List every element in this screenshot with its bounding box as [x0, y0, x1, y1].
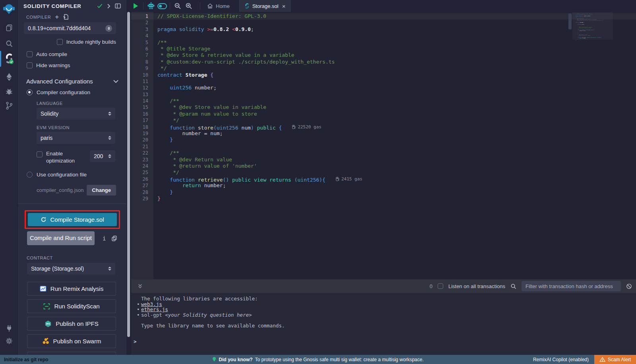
code-line[interactable]: 22 /**	[131, 150, 636, 156]
terminal-prompt[interactable]: >	[134, 339, 636, 345]
copilot-status[interactable]: RemixAI Copilot (enabled)	[533, 357, 589, 362]
contract-select[interactable]: Storage (Storage.sol)	[27, 263, 115, 275]
code-line[interactable]: 2	[131, 19, 636, 26]
code-line[interactable]: 17 */	[131, 117, 636, 124]
code-line[interactable]: 4	[131, 33, 636, 39]
code-line[interactable]: 14 /**	[131, 98, 636, 104]
action-button-label: Run Remix Analysis	[50, 285, 103, 292]
code-text: function store(uint256 num) public {2252…	[153, 124, 322, 130]
panel-scrollbar[interactable]	[127, 12, 130, 337]
git-icon[interactable]	[0, 99, 18, 113]
gas-estimate: 2415 gas	[336, 176, 363, 182]
zoom-out-icon[interactable]	[172, 0, 183, 12]
use-config-file-radio[interactable]	[27, 172, 33, 178]
code-line[interactable]: 25 */	[131, 169, 636, 176]
debugger-icon[interactable]	[0, 84, 18, 99]
pin-panel-icon[interactable]	[115, 3, 121, 9]
code-editor[interactable]: 1// SPDX-License-Identifier: GPL-3.023pr…	[131, 12, 636, 279]
copy-icon[interactable]	[112, 236, 117, 241]
code-text	[153, 78, 157, 85]
file-explorer-icon[interactable]	[0, 21, 18, 35]
code-line[interactable]: 6 * @title Storage	[131, 46, 636, 52]
compilation-details-button[interactable]: Compilation Details	[27, 352, 116, 355]
code-line[interactable]: 29}	[131, 196, 636, 202]
code-line[interactable]: 12 uint256 number;	[131, 85, 636, 91]
zoom-in-icon[interactable]	[183, 0, 194, 12]
code-line[interactable]: 5/**	[131, 39, 636, 46]
code-line[interactable]: 7 * @dev Store & retrieve value in a var…	[131, 52, 636, 58]
editor-scrollbar[interactable]	[568, 14, 572, 29]
plugin-manager-icon[interactable]	[0, 321, 18, 335]
code-line[interactable]: 20 }	[131, 137, 636, 143]
include-nightly-row: Include nightly builds	[18, 34, 126, 45]
home-icon	[207, 3, 213, 9]
tab-storage-sol[interactable]: Storage.sol ×	[239, 0, 291, 12]
compiler-version-select[interactable]: 0.8.19+commit.7dd6d404	[24, 22, 116, 34]
code-line[interactable]: 18 function store(uint256 num) public {2…	[131, 124, 636, 130]
terminal-search-icon[interactable]	[510, 283, 516, 289]
compiler-configuration-radio[interactable]	[27, 89, 33, 95]
terminal-library-item: web3.js	[141, 302, 636, 307]
code-line[interactable]: 24 * @return value of 'number'	[131, 163, 636, 169]
scam-alert-button[interactable]: Scam Alert	[594, 355, 636, 364]
minimap[interactable]: // SPDX-License-Identifier: GPL-3.0 prag…	[576, 14, 610, 41]
advanced-configurations-toggle[interactable]: Advanced Configurations	[18, 68, 126, 85]
code-line[interactable]: 16 * @param num value to store	[131, 111, 636, 117]
listen-transactions-checkbox[interactable]	[438, 283, 443, 289]
code-line[interactable]: 28 }	[131, 189, 636, 196]
info-icon[interactable]: i	[103, 235, 106, 242]
ipfs-icon: IPFS	[45, 320, 52, 327]
tab-storage-sol-label: Storage.sol	[252, 3, 279, 9]
code-line[interactable]: 26 function retrieve() public view retur…	[131, 176, 636, 182]
code-line[interactable]: 15 * @dev Store value in variable	[131, 104, 636, 110]
code-text: }	[153, 196, 161, 202]
tab-home[interactable]: Home	[202, 0, 235, 12]
run-solidityscan-button[interactable]: Run SolidityScan	[27, 299, 116, 313]
toolbar-separator	[200, 2, 200, 10]
code-line[interactable]: 11	[131, 78, 636, 85]
copilot-toggle-icon[interactable]	[157, 0, 168, 12]
settings-gear-icon[interactable]	[0, 334, 18, 348]
publish-on-swarm-button[interactable]: Publish on Swarm	[27, 334, 116, 348]
auto-compile-checkbox[interactable]	[27, 51, 33, 57]
deploy-run-icon[interactable]	[0, 70, 18, 84]
compile-button[interactable]: Compile Storage.sol	[28, 213, 117, 226]
code-line[interactable]: 19 number = num;	[131, 130, 636, 137]
open-file-icon[interactable]	[63, 14, 68, 20]
code-line[interactable]: 1// SPDX-License-Identifier: GPL-3.0	[131, 13, 636, 19]
change-config-button[interactable]: Change	[87, 185, 116, 196]
optimization-runs-input[interactable]: 200	[90, 150, 115, 162]
include-nightly-checkbox[interactable]	[57, 39, 63, 45]
code-line[interactable]: 23 * @dev Return value	[131, 157, 636, 163]
terminal-expand-icon[interactable]	[134, 284, 146, 289]
remix-logo-icon[interactable]	[0, 2, 18, 16]
code-line[interactable]: 13	[131, 91, 636, 98]
enable-optimization-checkbox[interactable]	[37, 151, 43, 157]
evm-version-select[interactable]: paris	[37, 132, 115, 144]
code-line[interactable]: 8 * @custom:dev-run-script ./scripts/dep…	[131, 59, 636, 65]
git-init-status[interactable]: Initialize as git repo	[0, 357, 48, 362]
code-line[interactable]: 9 */	[131, 65, 636, 72]
close-tab-icon[interactable]: ×	[282, 3, 285, 10]
compiled-check-icon	[97, 4, 103, 8]
terminal-output[interactable]: The following libraries are accessible:w…	[131, 293, 636, 344]
run-remix-analysis-button[interactable]: Run Remix Analysis	[27, 282, 116, 296]
code-line[interactable]: 10contract Storage {	[131, 72, 636, 78]
chevron-right-icon[interactable]	[107, 4, 111, 9]
language-select[interactable]: Solidity	[37, 108, 115, 120]
ai-copilot-robot-icon[interactable]	[145, 0, 157, 12]
hide-warnings-checkbox[interactable]	[27, 62, 33, 68]
auto-compile-row: Auto compile	[18, 45, 126, 57]
code-line[interactable]: 27 return number;	[131, 182, 636, 189]
run-script-play-icon[interactable]	[134, 3, 138, 9]
publish-on-ipfs-button[interactable]: IPFSPublish on IPFS	[27, 317, 116, 331]
add-custom-compiler-icon[interactable]: +	[55, 14, 59, 20]
panel-splitter[interactable]	[126, 0, 131, 355]
clear-console-icon[interactable]	[626, 283, 632, 289]
search-icon[interactable]	[0, 37, 18, 51]
code-line[interactable]: 3pragma solidity >=0.8.2 <0.9.0;	[131, 26, 636, 33]
code-line[interactable]: 21	[131, 143, 636, 150]
solidity-compiler-icon[interactable]	[0, 52, 18, 66]
terminal-intro: The following libraries are accessible:	[141, 296, 636, 302]
transaction-filter-input[interactable]	[522, 281, 621, 291]
